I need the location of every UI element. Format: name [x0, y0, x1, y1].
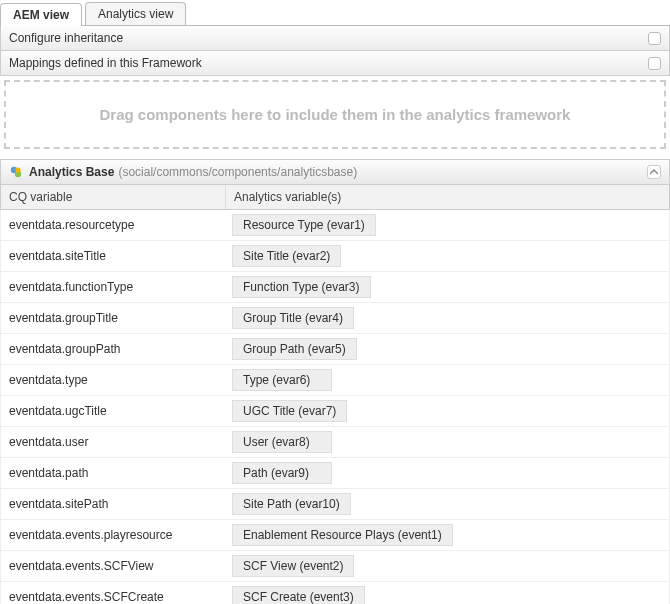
cq-variable-cell: eventdata.functionType	[1, 274, 226, 300]
tab-bar: AEM view Analytics view	[0, 0, 670, 26]
configure-inheritance-checkbox[interactable]	[648, 32, 661, 45]
table-row: eventdata.typeType (evar6)	[0, 365, 670, 396]
table-row: eventdata.pathPath (evar9)	[0, 458, 670, 489]
analytics-variable-chip[interactable]: Resource Type (evar1)	[232, 214, 376, 236]
analytics-variable-chip[interactable]: Type (evar6)	[232, 369, 332, 391]
analytics-variable-cell[interactable]: SCF View (event2)	[226, 551, 669, 581]
cq-variable-cell: eventdata.events.SCFView	[1, 553, 226, 579]
configure-inheritance-bar[interactable]: Configure inheritance	[0, 26, 670, 51]
tab-aem-view[interactable]: AEM view	[0, 3, 82, 26]
cq-variable-cell: eventdata.resourcetype	[1, 212, 226, 238]
analytics-variable-chip[interactable]: Site Path (evar10)	[232, 493, 351, 515]
analytics-variable-cell[interactable]: Resource Type (evar1)	[226, 210, 669, 240]
panel-subtitle: (social/commons/components/analyticsbase…	[118, 165, 357, 179]
component-dropzone[interactable]: Drag components here to include them in …	[4, 80, 666, 149]
component-icon	[9, 165, 23, 179]
cq-variable-cell: eventdata.type	[1, 367, 226, 393]
cq-variable-cell: eventdata.ugcTitle	[1, 398, 226, 424]
panel-collapse-button[interactable]	[647, 165, 661, 179]
analytics-variable-cell[interactable]: User (evar8)	[226, 427, 669, 457]
analytics-variable-chip[interactable]: Enablement Resource Plays (event1)	[232, 524, 453, 546]
analytics-variable-chip[interactable]: Group Title (evar4)	[232, 307, 354, 329]
mappings-label: Mappings defined in this Framework	[9, 56, 202, 70]
analytics-variable-cell[interactable]: SCF Create (event3)	[226, 582, 669, 604]
cq-variable-cell: eventdata.groupTitle	[1, 305, 226, 331]
analytics-variable-chip[interactable]: SCF View (event2)	[232, 555, 354, 577]
analytics-variable-cell[interactable]: UGC Title (evar7)	[226, 396, 669, 426]
analytics-variable-chip[interactable]: Site Title (evar2)	[232, 245, 341, 267]
table-header: CQ variable Analytics variable(s)	[0, 185, 670, 210]
table-row: eventdata.functionTypeFunction Type (eva…	[0, 272, 670, 303]
analytics-variable-cell[interactable]: Enablement Resource Plays (event1)	[226, 520, 669, 550]
analytics-variable-chip[interactable]: SCF Create (event3)	[232, 586, 365, 604]
analytics-variable-chip[interactable]: Group Path (evar5)	[232, 338, 357, 360]
cq-variable-cell: eventdata.events.SCFCreate	[1, 584, 226, 604]
cq-variable-cell: eventdata.siteTitle	[1, 243, 226, 269]
cq-variable-cell: eventdata.events.playresource	[1, 522, 226, 548]
analytics-variable-cell[interactable]: Site Title (evar2)	[226, 241, 669, 271]
cq-variable-cell: eventdata.groupPath	[1, 336, 226, 362]
table-row: eventdata.ugcTitleUGC Title (evar7)	[0, 396, 670, 427]
cq-variable-cell: eventdata.sitePath	[1, 491, 226, 517]
analytics-variable-cell[interactable]: Site Path (evar10)	[226, 489, 669, 519]
tab-analytics-view[interactable]: Analytics view	[85, 2, 186, 25]
analytics-variable-chip[interactable]: Function Type (evar3)	[232, 276, 371, 298]
configure-inheritance-label: Configure inheritance	[9, 31, 123, 45]
analytics-variable-cell[interactable]: Group Path (evar5)	[226, 334, 669, 364]
svg-point-2	[15, 167, 20, 172]
column-cq-variable: CQ variable	[1, 185, 226, 209]
table-row: eventdata.siteTitleSite Title (evar2)	[0, 241, 670, 272]
mapping-table-body: eventdata.resourcetypeResource Type (eva…	[0, 210, 670, 604]
cq-variable-cell: eventdata.user	[1, 429, 226, 455]
cq-variable-cell: eventdata.path	[1, 460, 226, 486]
table-row: eventdata.groupTitleGroup Title (evar4)	[0, 303, 670, 334]
table-row: eventdata.events.playresourceEnablement …	[0, 520, 670, 551]
analytics-variable-chip[interactable]: UGC Title (evar7)	[232, 400, 347, 422]
analytics-variable-chip[interactable]: User (evar8)	[232, 431, 332, 453]
analytics-variable-cell[interactable]: Path (evar9)	[226, 458, 669, 488]
table-row: eventdata.events.SCFViewSCF View (event2…	[0, 551, 670, 582]
table-row: eventdata.groupPathGroup Path (evar5)	[0, 334, 670, 365]
table-row: eventdata.sitePathSite Path (evar10)	[0, 489, 670, 520]
analytics-variable-chip[interactable]: Path (evar9)	[232, 462, 332, 484]
chevron-up-icon	[650, 168, 658, 176]
analytics-variable-cell[interactable]: Function Type (evar3)	[226, 272, 669, 302]
mappings-bar[interactable]: Mappings defined in this Framework	[0, 51, 670, 76]
analytics-variable-cell[interactable]: Type (evar6)	[226, 365, 669, 395]
table-row: eventdata.events.SCFCreateSCF Create (ev…	[0, 582, 670, 604]
analytics-variable-cell[interactable]: Group Title (evar4)	[226, 303, 669, 333]
analytics-base-panel-header[interactable]: Analytics Base (social/commons/component…	[0, 159, 670, 185]
mappings-checkbox[interactable]	[648, 57, 661, 70]
column-analytics-variables: Analytics variable(s)	[226, 185, 669, 209]
table-row: eventdata.resourcetypeResource Type (eva…	[0, 210, 670, 241]
table-row: eventdata.userUser (evar8)	[0, 427, 670, 458]
panel-title: Analytics Base	[29, 165, 114, 179]
